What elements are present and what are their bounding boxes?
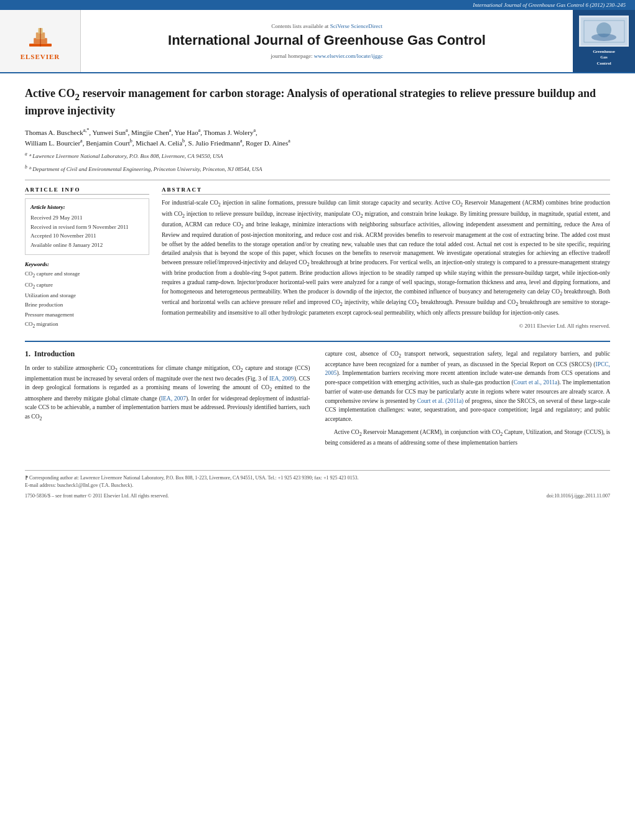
intro-paragraph-2: capture cost, absence of CO2 transport n… xyxy=(325,349,611,448)
journal-citation: International Journal of Greenhouse Gas … xyxy=(473,2,626,8)
keyword-6: CO2 migration xyxy=(25,320,149,331)
keyword-2: CO2 capture xyxy=(25,280,149,292)
elsevier-logo-box: ELSEVIER xyxy=(0,10,81,72)
intro-title: 1. Introduction xyxy=(25,349,310,359)
accepted-date: Accepted 10 November 2011 xyxy=(30,231,144,240)
right-column: ABSTRACT For industrial-scale CO2 inject… xyxy=(162,187,610,330)
copyright-line: © 2011 Elsevier Ltd. All rights reserved… xyxy=(162,323,610,329)
svg-point-7 xyxy=(591,34,616,41)
journal-homepage-link[interactable]: www.elsevier.com/locate/ijggc xyxy=(314,53,383,59)
cover-label: Greenhouse Gas Control xyxy=(593,49,615,66)
left-column: ARTICLE INFO Article history: Received 2… xyxy=(25,187,149,330)
footer-bottom: 1750-5836/$ – see front matter © 2011 El… xyxy=(25,493,610,499)
ipcc2005-link[interactable]: IPCC, 2005 xyxy=(325,361,611,377)
affiliation-b: b ᵇ Department of Civil and Environmenta… xyxy=(25,164,610,174)
ies2009-link[interactable]: IEA, 2009 xyxy=(269,376,294,382)
abstract-text: For industrial-scale CO2 injection in sa… xyxy=(162,198,610,317)
abstract-header: ABSTRACT xyxy=(162,187,610,195)
authors-line: Thomas A. Buschecka,*, Yunwei Suna, Ming… xyxy=(25,127,610,148)
body-columns: 1. Introduction In order to stabilize at… xyxy=(25,349,610,451)
article-info-box: Article history: Received 29 May 2011 Re… xyxy=(25,198,149,255)
article-history-title: Article history: xyxy=(30,204,144,210)
corresponding-author-note: ⁋ Corresponding author at: Lawrence Live… xyxy=(25,474,610,482)
keywords-box: Keywords: CO2 capture and storage CO2 ca… xyxy=(25,261,149,331)
keyword-4: Brine production xyxy=(25,300,149,310)
cover-graphic xyxy=(581,17,628,45)
body-right-col: capture cost, absence of CO2 transport n… xyxy=(325,349,611,451)
court2011a-link[interactable]: Court et al., 2011a xyxy=(514,379,557,385)
email-note: E-mail address: buscheck1@llnl.gov (T.A.… xyxy=(25,482,610,489)
issn-line: 1750-5836/$ – see front matter © 2011 El… xyxy=(25,493,169,499)
doi-line: doi:10.1016/j.ijggc.2011.11.007 xyxy=(547,493,610,499)
page-footer: ⁋ Corresponding author at: Lawrence Live… xyxy=(25,470,610,499)
keyword-3: Utilization and storage xyxy=(25,291,149,300)
article-title: Active CO2 reservoir management for carb… xyxy=(25,86,610,118)
page: International Journal of Greenhouse Gas … xyxy=(0,0,635,840)
journal-header: ELSEVIER Contents lists available at Sci… xyxy=(0,10,635,73)
keywords-title: Keywords: xyxy=(25,261,149,267)
revised-date: Received in revised form 9 November 2011 xyxy=(30,223,144,231)
sciverse-link[interactable]: SciVerse ScienceDirect xyxy=(330,23,382,29)
article-content: Active CO2 reservoir management for carb… xyxy=(0,73,635,464)
journal-cover-box: Greenhouse Gas Control xyxy=(573,10,635,72)
received-date: Received 29 May 2011 xyxy=(30,213,144,222)
journal-homepage: journal homepage: www.elsevier.com/locat… xyxy=(271,53,382,59)
available-date: Available online 8 January 2012 xyxy=(30,241,144,249)
body-left-col: 1. Introduction In order to stabilize at… xyxy=(25,349,310,451)
elsevier-tree-icon xyxy=(22,22,59,50)
intro-paragraph-1: In order to stabilize atmospheric CO2 co… xyxy=(25,364,310,423)
journal-title-box: Contents lists available at SciVerse Sci… xyxy=(81,10,573,72)
iea2007-link[interactable]: IEA, 2007 xyxy=(161,395,186,402)
journal-main-title: International Journal of Greenhouse Gas … xyxy=(168,32,486,50)
article-meta-columns: ARTICLE INFO Article history: Received 2… xyxy=(25,187,610,330)
section-divider xyxy=(25,341,610,342)
keyword-5: Pressure management xyxy=(25,310,149,320)
journal-header-bar: International Journal of Greenhouse Gas … xyxy=(0,0,635,10)
courtetab2011a-link[interactable]: Court et al. (2011a) xyxy=(417,398,464,404)
affiliation-a: a ᵃ Lawrence Livermore National Laborato… xyxy=(25,150,610,161)
article-info-header: ARTICLE INFO xyxy=(25,187,149,195)
sciverse-line: Contents lists available at SciVerse Sci… xyxy=(271,23,382,29)
affiliation-divider xyxy=(25,180,610,180)
cover-image xyxy=(579,16,629,47)
keyword-1: CO2 capture and storage xyxy=(25,269,149,280)
elsevier-brand-label: ELSEVIER xyxy=(21,53,60,60)
